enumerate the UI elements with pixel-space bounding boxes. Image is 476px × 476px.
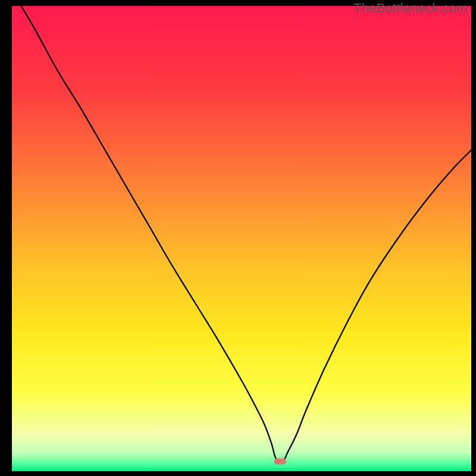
- gradient-background: [12, 6, 471, 471]
- chart-frame: TheBottleneck.com: [4, 4, 472, 472]
- bottleneck-marker: [274, 458, 286, 464]
- bottleneck-chart: [12, 6, 471, 471]
- watermark-label: TheBottleneck.com: [353, 1, 468, 16]
